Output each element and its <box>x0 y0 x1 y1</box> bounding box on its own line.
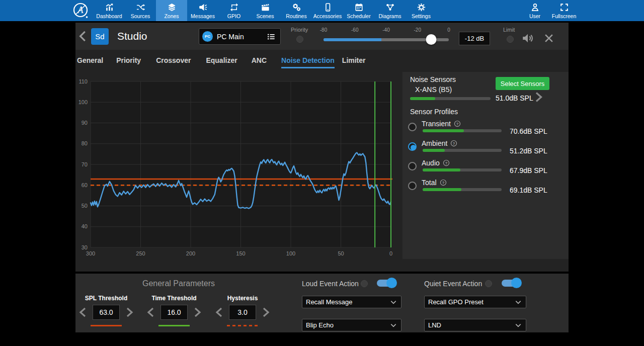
nav-item-user[interactable]: User <box>520 0 549 21</box>
tab-equalizer[interactable]: Equalizer <box>206 50 237 68</box>
svg-text:?: ? <box>445 161 447 165</box>
select-value: Recall Message <box>306 298 353 306</box>
nav-item-label: GPIO <box>227 13 240 19</box>
nav-item-dashboard[interactable]: Dashboard <box>94 0 125 21</box>
svg-text:200: 200 <box>186 250 195 256</box>
list-icon <box>266 32 276 42</box>
speaker-icon[interactable] <box>521 32 534 45</box>
nav-item-label: Settings <box>412 13 431 19</box>
stepper-label: Time Threshold <box>143 295 205 302</box>
tab-limiter[interactable]: Limiter <box>342 50 366 68</box>
nav-item-label: Sources <box>131 13 150 19</box>
time-threshold-field[interactable]: 16.0 <box>160 305 188 320</box>
profile-level-bar-fill <box>423 188 461 191</box>
messages-icon <box>198 3 208 12</box>
app-window: A Dashboard Sources Zones Messages GPIO <box>0 0 644 346</box>
loud-action-select[interactable]: Recall Message <box>302 296 401 308</box>
hysteresis-field[interactable]: 3.0 <box>229 305 256 320</box>
nav-item-scheduler[interactable]: Scheduler <box>343 0 374 21</box>
tab-anc[interactable]: ANC <box>252 50 267 68</box>
ambient-radio[interactable] <box>408 142 417 151</box>
tab-noise-detection[interactable]: Noise Detection <box>281 50 335 68</box>
source-badge: PC <box>202 31 213 42</box>
tab-general[interactable]: General <box>77 50 103 68</box>
chevron-down-icon <box>389 321 397 329</box>
nav-item-messages[interactable]: Messages <box>187 0 218 21</box>
stepper-label: SPL Threshold <box>75 295 137 302</box>
source-name: PC Main <box>217 33 266 41</box>
toggle-knob <box>511 278 522 288</box>
nav-item-sources[interactable]: Sources <box>125 0 156 21</box>
loud-event-toggle[interactable] <box>376 278 397 289</box>
nav-item-zones[interactable]: Zones <box>156 0 187 21</box>
nav-item-label: Routines <box>286 13 306 19</box>
select-sensors-button[interactable]: Select Sensors <box>496 77 549 90</box>
loud-event-label: Loud Event Action <box>302 280 359 288</box>
svg-text:60: 60 <box>82 182 88 188</box>
help-icon[interactable]: ? <box>443 159 450 166</box>
svg-text:250: 250 <box>136 250 145 256</box>
help-icon[interactable]: ? <box>454 120 461 127</box>
chevron-down-icon <box>514 321 522 329</box>
svg-text:70: 70 <box>82 161 88 167</box>
scheduler-icon <box>354 3 364 12</box>
nav-item-routines[interactable]: Routines <box>281 0 312 21</box>
slider-tick: -40 <box>382 27 389 33</box>
profile-label: Transient? <box>422 120 461 128</box>
chevron-right-icon[interactable] <box>125 306 134 318</box>
volume-value-field[interactable]: -12 dB <box>459 32 490 45</box>
help-icon[interactable]: ? <box>440 179 447 186</box>
nav-items: Dashboard Sources Zones Messages GPIO Sc… <box>94 0 437 21</box>
nav-item-label: Zones <box>164 13 179 19</box>
accessories-icon <box>323 3 333 12</box>
chevron-left-icon[interactable] <box>214 306 224 318</box>
nav-item-settings[interactable]: Settings <box>406 0 437 21</box>
svg-text:150: 150 <box>236 250 245 256</box>
nav-item-fullscreen[interactable]: Fullscreen <box>549 0 579 21</box>
slider-tick: -20 <box>414 27 421 33</box>
top-navigation-bar: A Dashboard Sources Zones Messages GPIO <box>0 0 644 21</box>
quiet-action-select[interactable]: Recall GPO Preset <box>424 296 526 308</box>
svg-text:50: 50 <box>82 203 88 209</box>
spl-threshold-field[interactable]: 63.0 <box>93 305 120 320</box>
sensor-level-bar <box>410 97 491 100</box>
tab-priority[interactable]: Priority <box>116 50 141 68</box>
chevron-left-icon[interactable] <box>146 306 155 318</box>
volume-slider: -80 -60 -40 -20 0 <box>324 23 449 50</box>
profile-label: Audio? <box>422 159 450 167</box>
chevron-down-icon <box>389 298 397 306</box>
chevron-right-icon[interactable] <box>532 91 544 103</box>
nav-item-diagrams[interactable]: Diagrams <box>374 0 406 21</box>
quiet-event-toggle[interactable] <box>501 278 522 289</box>
quiet-gpo-select[interactable]: LND <box>424 319 526 331</box>
quiet-event-label: Quiet Event Action <box>424 280 482 288</box>
chevron-right-icon[interactable] <box>193 306 202 318</box>
profile-label-text: Ambient <box>422 139 447 147</box>
profile-level-bar <box>423 149 502 152</box>
noise-sensors-title: Noise Sensors <box>410 75 456 83</box>
svg-text:40: 40 <box>82 223 88 229</box>
total-radio[interactable] <box>408 182 417 190</box>
zone-header: Sd Studio PC PC Main Priority -80 -60 -4… <box>75 23 569 50</box>
nav-item-scenes[interactable]: Scenes <box>250 0 281 21</box>
priority-indicator <box>296 36 303 43</box>
svg-text:110: 110 <box>78 79 88 84</box>
nav-item-gpio[interactable]: GPIO <box>218 0 250 21</box>
source-selector[interactable]: PC PC Main <box>199 28 281 45</box>
tab-crossover[interactable]: Crossover <box>156 50 191 68</box>
help-icon[interactable]: ? <box>450 140 457 147</box>
back-chevron-icon[interactable] <box>76 29 90 43</box>
audio-radio[interactable] <box>408 162 417 170</box>
select-value: Blip Echo <box>306 321 334 329</box>
spl-threshold-stepper: SPL Threshold 63.0 <box>75 274 137 326</box>
chevron-left-icon[interactable] <box>78 306 88 318</box>
zones-icon <box>167 3 177 12</box>
chevron-right-icon[interactable] <box>261 306 271 318</box>
loud-message-select[interactable]: Blip Echo <box>302 319 401 331</box>
transient-radio[interactable] <box>408 123 417 131</box>
close-icon[interactable] <box>543 33 554 44</box>
svg-text:300: 300 <box>86 250 95 256</box>
volume-slider-handle[interactable] <box>426 34 437 45</box>
profile-label-text: Audio <box>422 159 440 167</box>
nav-item-accessories[interactable]: Accessories <box>312 0 343 21</box>
